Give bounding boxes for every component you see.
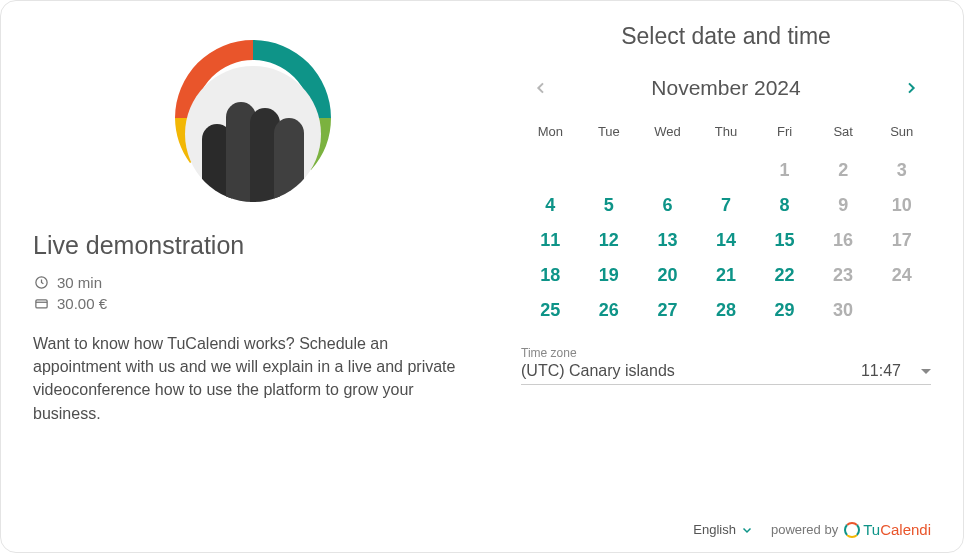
calendar-empty-cell (580, 153, 639, 188)
chevron-down-icon (741, 524, 753, 536)
calendar-day: 17 (872, 223, 931, 258)
calendar-day[interactable]: 29 (755, 293, 814, 328)
calendar-day[interactable]: 11 (521, 223, 580, 258)
calendar-day: 9 (814, 188, 873, 223)
brand-logo-icon (844, 522, 860, 538)
calendar-day[interactable]: 25 (521, 293, 580, 328)
month-label: November 2024 (651, 76, 800, 100)
calendar-day[interactable]: 7 (697, 188, 756, 223)
calendar-day: 2 (814, 153, 873, 188)
calendar-empty-cell (521, 153, 580, 188)
next-month-button[interactable] (897, 74, 925, 102)
weekday-header: Tue (580, 118, 639, 153)
calendar-day: 23 (814, 258, 873, 293)
weekday-header: Thu (697, 118, 756, 153)
calendar-day[interactable]: 27 (638, 293, 697, 328)
weekday-header: Mon (521, 118, 580, 153)
weekday-header: Wed (638, 118, 697, 153)
chevron-left-icon (533, 80, 549, 96)
widget-footer: English powered by TuCalendi (693, 521, 931, 538)
prev-month-button[interactable] (527, 74, 555, 102)
calendar-day[interactable]: 26 (580, 293, 639, 328)
calendar-day[interactable]: 22 (755, 258, 814, 293)
calendar-day[interactable]: 15 (755, 223, 814, 258)
booking-widget: Live demonstration 30 min 30.00 € Want t… (0, 0, 964, 553)
timezone-label: Time zone (521, 346, 931, 360)
timezone-name: (UTC) Canary islands (521, 362, 675, 380)
card-icon (33, 296, 49, 312)
logo-wrap (33, 23, 473, 213)
calendar-day: 3 (872, 153, 931, 188)
price-value: 30.00 € (57, 295, 107, 312)
calendar-grid: MonTueWedThuFriSatSun1234567891011121314… (521, 118, 931, 328)
brand-link[interactable]: TuCalendi (844, 521, 931, 538)
month-navigation: November 2024 (521, 74, 931, 102)
price-row: 30.00 € (33, 295, 473, 312)
event-title: Live demonstration (33, 231, 473, 260)
calendar-day[interactable]: 6 (638, 188, 697, 223)
duration-row: 30 min (33, 274, 473, 291)
calendar-day[interactable]: 5 (580, 188, 639, 223)
weekday-header: Fri (755, 118, 814, 153)
language-value: English (693, 522, 736, 537)
calendar-day: 10 (872, 188, 931, 223)
calendar-day[interactable]: 21 (697, 258, 756, 293)
calendar-day[interactable]: 20 (638, 258, 697, 293)
calendar-day[interactable]: 19 (580, 258, 639, 293)
powered-by-label: powered by (771, 522, 838, 537)
people-avatar (185, 66, 321, 202)
weekday-header: Sun (872, 118, 931, 153)
timezone-selector[interactable]: Time zone (UTC) Canary islands 11:47 (521, 346, 931, 385)
powered-by: powered by TuCalendi (771, 521, 931, 538)
event-info-panel: Live demonstration 30 min 30.00 € Want t… (33, 23, 473, 530)
calendar-day[interactable]: 4 (521, 188, 580, 223)
calendar-day: 24 (872, 258, 931, 293)
event-description: Want to know how TuCalendi works? Schedu… (33, 332, 473, 425)
calendar-day: 30 (814, 293, 873, 328)
duration-value: 30 min (57, 274, 102, 291)
timezone-time: 11:47 (861, 362, 901, 380)
chevron-right-icon (903, 80, 919, 96)
calendar-day[interactable]: 8 (755, 188, 814, 223)
date-time-panel: Select date and time November 2024 MonTu… (521, 23, 931, 530)
calendar-day[interactable]: 14 (697, 223, 756, 258)
brand-logo-graphic (158, 23, 348, 213)
calendar-day: 16 (814, 223, 873, 258)
language-selector[interactable]: English (693, 522, 753, 537)
svg-rect-1 (35, 300, 46, 308)
calendar-day[interactable]: 13 (638, 223, 697, 258)
calendar-empty-cell (872, 293, 931, 328)
calendar-day[interactable]: 18 (521, 258, 580, 293)
calendar-empty-cell (697, 153, 756, 188)
calendar-day: 1 (755, 153, 814, 188)
caret-down-icon (921, 369, 931, 374)
calendar-empty-cell (638, 153, 697, 188)
panel-heading: Select date and time (521, 23, 931, 50)
clock-icon (33, 275, 49, 291)
calendar-day[interactable]: 28 (697, 293, 756, 328)
weekday-header: Sat (814, 118, 873, 153)
calendar-day[interactable]: 12 (580, 223, 639, 258)
